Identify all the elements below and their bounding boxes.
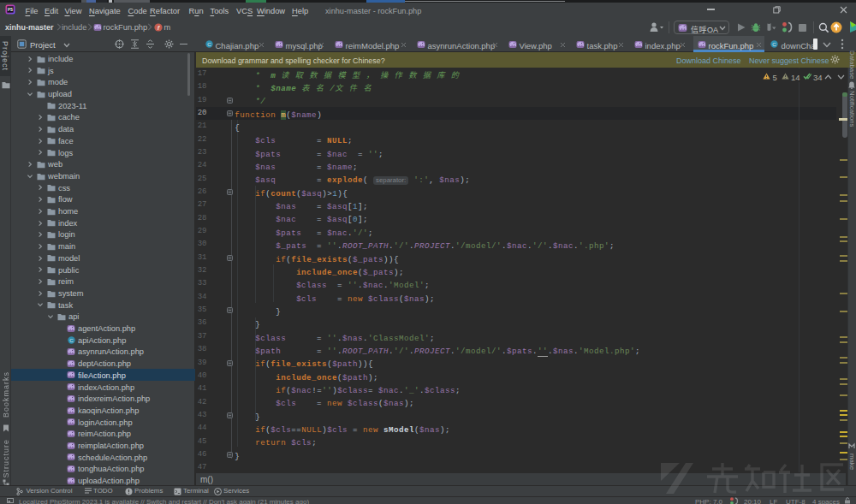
svg-text:C: C	[207, 41, 211, 47]
svg-text:C: C	[69, 336, 74, 342]
svg-text:C: C	[772, 41, 776, 47]
svg-text:PS: PS	[8, 8, 13, 12]
